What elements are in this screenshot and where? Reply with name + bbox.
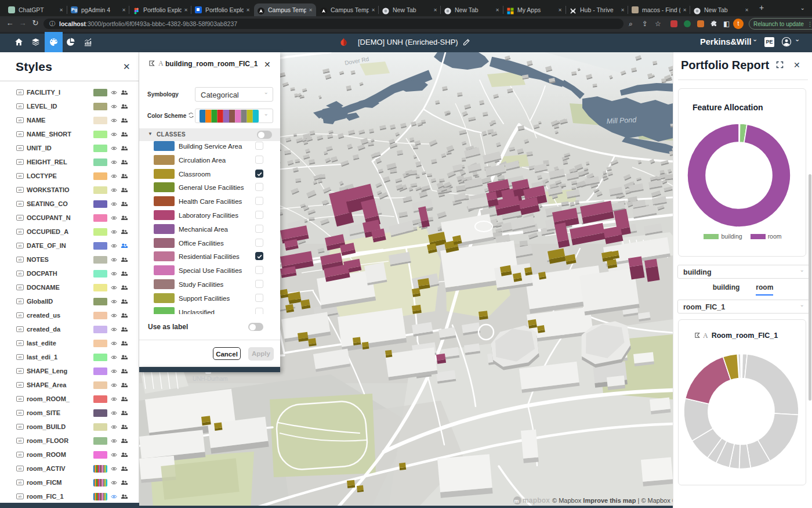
svg-text:UNH-Durham: UNH-Durham xyxy=(193,376,228,382)
svg-text:ab: ab xyxy=(18,230,21,233)
svg-text:ab: ab xyxy=(18,467,21,470)
svg-text:ab: ab xyxy=(18,355,21,359)
svg-text:ab: ab xyxy=(18,118,21,122)
svg-text:ab: ab xyxy=(18,202,21,206)
svg-text:ab: ab xyxy=(18,244,21,247)
svg-text:ab: ab xyxy=(18,439,21,442)
svg-text:ab: ab xyxy=(18,411,21,415)
svg-text:ab: ab xyxy=(18,369,21,373)
svg-text:m: m xyxy=(514,498,519,504)
svg-text:ab: ab xyxy=(18,174,21,178)
svg-text:ab: ab xyxy=(18,383,21,387)
svg-text:ab: ab xyxy=(18,286,21,289)
svg-text:ab: ab xyxy=(18,425,21,428)
svg-text:ab: ab xyxy=(18,314,21,317)
svg-text:ab: ab xyxy=(18,341,21,345)
svg-text:ab: ab xyxy=(18,91,21,94)
svg-text:ab: ab xyxy=(18,272,21,275)
svg-text:ab: ab xyxy=(18,146,21,150)
svg-text:ab: ab xyxy=(18,495,21,498)
svg-text:ab: ab xyxy=(18,105,21,108)
svg-text:ab: ab xyxy=(18,300,21,303)
svg-text:ab: ab xyxy=(18,132,21,136)
svg-text:ab: ab xyxy=(18,258,21,261)
svg-text:ab: ab xyxy=(18,481,21,484)
svg-text:© Mapbox Improve this map | ©: © Mapbox Improve this map | © Mapbox © O… xyxy=(552,497,673,504)
svg-text:ab: ab xyxy=(18,216,21,219)
svg-text:mapbox: mapbox xyxy=(523,496,550,505)
svg-text:ab: ab xyxy=(18,188,21,192)
svg-text:Mill Pond: Mill Pond xyxy=(606,116,637,125)
svg-text:ab: ab xyxy=(18,453,21,456)
svg-text:ab: ab xyxy=(18,160,21,164)
svg-text:ab: ab xyxy=(18,397,21,401)
svg-text:ab: ab xyxy=(18,327,21,331)
